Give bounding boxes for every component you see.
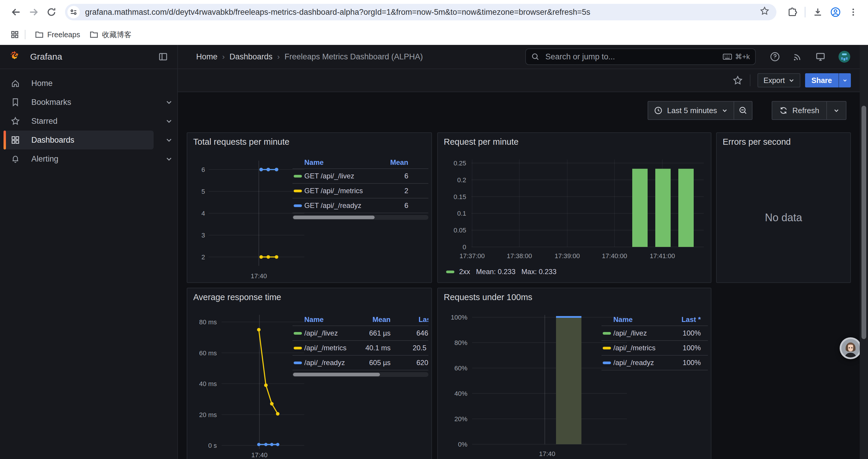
legend-row[interactable]: GET /api/_/metrics2 [292, 184, 428, 198]
sidebar-link-bookmarks[interactable]: Bookmarks [4, 93, 154, 112]
share-menu-button[interactable] [838, 73, 851, 88]
sidebar-item-alerting: Alerting [0, 150, 177, 168]
forward-icon [28, 7, 39, 18]
assistant-avatar[interactable] [840, 337, 862, 359]
legend-row[interactable]: /api/_/metrics100% [601, 341, 708, 355]
legend-row[interactable]: /api/_/livez100% [601, 326, 708, 340]
grafana-body: HomeBookmarksStarredDashboardsAlerting E… [0, 69, 868, 459]
header-icons [770, 51, 850, 63]
export-button[interactable]: Export [757, 73, 800, 88]
panel-legend[interactable]: 2xxMean: 0.233Max: 0.233 [446, 268, 557, 276]
legend-row[interactable]: /api/_/livez661 µs646 µs [292, 326, 428, 340]
profile-icon [830, 6, 841, 18]
legend-header: NameLast * [601, 314, 708, 326]
url-bar[interactable]: grafana.mathmast.com/d/deytv4rwavabkb/fr… [65, 4, 776, 21]
kiosk-button[interactable] [815, 52, 826, 62]
zoom-out-time-button[interactable] [734, 101, 752, 120]
grafana-app: Grafana Home › Dashboards › Freeleaps Me… [0, 45, 868, 459]
svg-text:17:39:00: 17:39:00 [555, 252, 580, 260]
browser-menu-button[interactable] [844, 3, 862, 21]
sidebar-expand-bookmarks[interactable] [162, 95, 176, 109]
grafana-brand: Grafana [30, 52, 62, 62]
panel-title[interactable]: Requests under 100ms [444, 292, 532, 302]
legend-series-name: 2xx [459, 268, 470, 276]
bookmark-folder-blogs[interactable]: 收藏博客 [85, 28, 136, 41]
legend-row[interactable]: GET /api/_/readyz6 [292, 198, 428, 213]
page-scrollbar[interactable] [860, 45, 868, 459]
time-range-picker[interactable]: Last 5 minutes [648, 101, 734, 120]
sidebar-item-label: Alerting [31, 155, 59, 164]
dashboard-canvas: Last 5 minutes Refresh [178, 92, 868, 459]
legend-row[interactable]: /api/_/metrics40.1 ms20.5 ms [292, 341, 428, 355]
back-button[interactable] [7, 3, 25, 21]
page-header: Home › Dashboards › Freeleaps Metrics Da… [178, 45, 868, 69]
keyboard-icon [723, 53, 732, 60]
legend-max: Max: 0.233 [522, 268, 557, 276]
extensions-button[interactable] [783, 3, 801, 21]
sidebar-expand-alerting[interactable] [162, 152, 176, 166]
chevron-down-icon [165, 136, 173, 143]
breadcrumb-home[interactable]: Home [196, 52, 217, 61]
sidebar-link-home[interactable]: Home [4, 74, 154, 93]
svg-text:0.1: 0.1 [457, 210, 466, 217]
bookmark-folder-label: Freeleaps [47, 30, 80, 39]
legend-header: NameMeanLast * [292, 314, 428, 326]
bookmark-folder-label: 收藏博客 [102, 30, 131, 40]
panel-legend: NameMeanLast */api/_/livez661 µs646 µs/a… [292, 314, 428, 379]
reload-button[interactable] [42, 3, 60, 21]
kebab-menu-icon [849, 8, 858, 17]
svg-text:4: 4 [202, 210, 205, 217]
svg-text:40 ms: 40 ms [199, 380, 217, 388]
panel-title[interactable]: Average response time [193, 292, 281, 302]
panel-legend: NameLast */api/_/livez100%/api/_/metrics… [601, 314, 708, 379]
forward-button[interactable] [25, 3, 42, 21]
profile-button[interactable] [827, 3, 844, 21]
sidebar-link-alerting[interactable]: Alerting [4, 150, 154, 168]
dock-sidebar-button[interactable] [155, 52, 172, 62]
panel-title[interactable]: Total requests per minute [193, 137, 289, 147]
downloads-button[interactable] [809, 3, 827, 21]
site-settings-icon[interactable] [67, 6, 80, 18]
search-icon [531, 53, 539, 61]
legend-row[interactable]: /api/_/readyz605 µs620 µs [292, 356, 428, 370]
search-input[interactable] [544, 52, 723, 62]
svg-text:3: 3 [202, 232, 205, 239]
svg-text:40%: 40% [454, 390, 467, 397]
favorite-dashboard-button[interactable] [733, 75, 743, 85]
sidebar-expand-dashboards[interactable] [162, 133, 176, 147]
sidebar-item-dashboards: Dashboards [0, 131, 177, 150]
refresh-interval-button[interactable] [826, 101, 846, 120]
sidebar-expand-starred[interactable] [162, 114, 176, 128]
scrollbar-thumb[interactable] [862, 106, 866, 339]
share-button[interactable]: Share [805, 73, 838, 88]
search-bar[interactable]: ⌘+k [525, 48, 756, 65]
legend-scrollbar[interactable] [292, 215, 428, 220]
news-button[interactable] [793, 52, 802, 61]
svg-text:2: 2 [202, 254, 205, 261]
legend-row[interactable]: GET /api/_/livez6 [292, 169, 428, 183]
svg-text:60%: 60% [454, 364, 467, 372]
series-color-pill [446, 270, 454, 273]
series-color-pill [294, 175, 302, 177]
svg-text:0.05: 0.05 [454, 227, 466, 234]
series-color-pill [603, 347, 611, 350]
user-avatar[interactable] [838, 51, 850, 63]
svg-text:60 ms: 60 ms [199, 350, 217, 357]
svg-text:17:41:00: 17:41:00 [650, 252, 675, 260]
sidebar-link-dashboards[interactable]: Dashboards [4, 131, 154, 150]
legend-row[interactable]: /api/_/readyz100% [601, 356, 708, 370]
bookmark-folder-freeleaps[interactable]: Freeleaps [30, 28, 85, 41]
sidebar-link-starred[interactable]: Starred [4, 112, 154, 131]
apps-grid-icon[interactable] [7, 27, 23, 42]
refresh-button[interactable]: Refresh [772, 101, 827, 120]
dashboard-actions: Export Share [178, 69, 868, 92]
help-button[interactable] [770, 52, 780, 62]
panel-title[interactable]: Errors per second [723, 137, 791, 147]
series-color-pill [603, 362, 611, 364]
share-button-group: Share [805, 73, 851, 88]
svg-text:17:40: 17:40 [251, 272, 267, 280]
legend-scrollbar[interactable] [292, 372, 428, 377]
bookmark-star-icon[interactable] [760, 6, 769, 18]
breadcrumb-dashboards[interactable]: Dashboards [229, 52, 273, 61]
panel-title[interactable]: Request per minute [444, 137, 519, 147]
